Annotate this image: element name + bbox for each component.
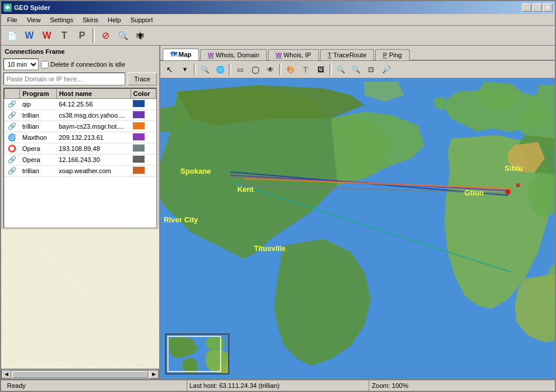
col-host: Host name [56, 89, 131, 99]
paste-row: Trace [1, 71, 159, 87]
toolbar-new-button[interactable]: 📄 [4, 27, 20, 44]
row-icon-cell: ⭕ [5, 143, 20, 154]
paste-domain-input[interactable] [4, 73, 125, 85]
trace-button[interactable]: Trace [128, 73, 157, 85]
status-last-host: Last host: 63.111.24.34 (trillian) [187, 380, 370, 391]
main-area: Connections Frame 10 min Delete if conne… [1, 46, 555, 379]
toolbar-w1-button[interactable]: W [21, 27, 37, 44]
menu-file[interactable]: File [2, 15, 22, 25]
map-canvas[interactable]: Spokane Kent River City Titusville Gtion… [160, 78, 555, 379]
map-btn-rect[interactable]: ▭ [233, 63, 247, 77]
scroll-thumb[interactable] [12, 371, 148, 378]
scroll-right-button[interactable]: ▶ [149, 370, 159, 379]
window-title: GEO Spider [14, 4, 50, 11]
tab-traceroute[interactable]: T TraceRoute [320, 49, 375, 60]
row-icon-cell: 🌀 [5, 132, 20, 143]
map-btn-zoom-in[interactable]: 🔍 [334, 63, 348, 77]
toolbar: 📄 W W T P ⊘ 🔍 🕷 [1, 26, 555, 46]
city-spokane: Spokane [180, 167, 211, 176]
map-btn-circle[interactable]: ◯ [248, 63, 262, 77]
table-row[interactable]: 🔗 Opera 12.166.243.30 [5, 154, 156, 166]
row-icon-cell: 🔗 [5, 166, 20, 177]
map-btn-pointer[interactable]: ↖ [163, 63, 177, 77]
menu-support[interactable]: Support [126, 15, 158, 25]
map-btn-dropdown[interactable]: ▼ [178, 63, 192, 77]
map-btn-zoom-select[interactable]: 🔎 [379, 63, 393, 77]
map-btn-globe[interactable]: 🌐 [213, 63, 227, 77]
map-btn-zoom-fit[interactable]: ⊡ [364, 63, 378, 77]
h-scroll: ◀ ▶ [1, 370, 159, 379]
table-row[interactable]: 🔗 trillian baym-cs23.msgr.hot.... [5, 121, 156, 132]
row-host: xoap.weather.com [56, 166, 131, 177]
row-host: cs38.msg.dcn.yahoo.... [56, 110, 131, 121]
toolbar-sep-1 [92, 29, 95, 43]
toolbar-stop-button[interactable]: ⊘ [97, 27, 114, 44]
map-btn-image[interactable]: 🖼 [314, 63, 328, 77]
title-bar: 🕷 GEO Spider ─ □ ✕ [1, 1, 555, 14]
row-color [131, 121, 156, 132]
minimap-svg [166, 335, 229, 374]
tab-traceroute-icon: T [328, 51, 332, 59]
row-program: trillian [20, 166, 56, 177]
map-btn-search[interactable]: 🔍 [198, 63, 212, 77]
row-host: 193.108.89.48 [56, 143, 131, 154]
map-btn-eye[interactable]: 👁 [263, 63, 277, 77]
delete-idle-label[interactable]: Delete if connection is idle [41, 61, 125, 68]
table-row[interactable]: 🔗 trillian cs38.msg.dcn.yahoo.... [5, 110, 156, 121]
tab-whois-domain[interactable]: W Whois, Domain [200, 49, 267, 60]
toolbar-w2-button[interactable]: W [39, 27, 55, 44]
map-btn-text[interactable]: T [298, 63, 313, 77]
toolbar-spider-button[interactable]: 🕷 [132, 27, 149, 44]
connections-label: Connections Frame [1, 46, 159, 57]
toolbar-p-button[interactable]: P [74, 27, 90, 44]
tab-whois-domain-icon: W [208, 51, 214, 59]
table-row[interactable]: 🔗 trillian xoap.weather.com [5, 166, 156, 177]
right-panel: 🗺 Map W Whois, Domain W Whois, IP T Trac… [160, 46, 555, 379]
toolbar-t-button[interactable]: T [56, 27, 73, 44]
row-color [131, 99, 156, 110]
map-sep-1 [194, 64, 196, 75]
map-btn-color[interactable]: 🎨 [283, 63, 297, 77]
row-program: Maxthon [20, 132, 56, 143]
svg-point-23 [516, 183, 520, 187]
menu-view[interactable]: View [22, 15, 46, 25]
tab-ping-label: Ping [389, 51, 402, 59]
row-color [131, 143, 156, 154]
menu-skins[interactable]: Skins [78, 15, 103, 25]
tab-bar: 🗺 Map W Whois, Domain W Whois, IP T Trac… [160, 46, 555, 61]
table-row[interactable]: 🔗 qip 64.12.25.56 [5, 99, 156, 110]
scroll-left-button[interactable]: ◀ [2, 370, 11, 379]
tab-whois-ip[interactable]: W Whois, IP [268, 49, 319, 60]
table-row[interactable]: 🌀 Maxthon 209.132.213.61 [5, 132, 156, 143]
col-icon [5, 89, 20, 99]
map-btn-zoom-out[interactable]: 🔍 [349, 63, 363, 77]
window-frame: 🕷 GEO Spider ─ □ ✕ File View Settings Sk… [0, 0, 556, 392]
tab-ping[interactable]: P Ping [375, 49, 409, 60]
left-panel: Connections Frame 10 min Delete if conne… [1, 46, 160, 379]
delete-idle-checkbox[interactable] [41, 61, 49, 68]
row-color [131, 132, 156, 143]
status-ready: Ready [5, 380, 187, 391]
tab-whois-ip-label: Whois, IP [284, 51, 311, 59]
minimize-button[interactable]: ─ [522, 4, 531, 12]
table-row[interactable]: ⭕ Opera 193.108.89.48 [5, 143, 156, 154]
menu-help[interactable]: Help [103, 15, 126, 25]
row-host: 209.132.213.61 [56, 132, 131, 143]
menu-settings[interactable]: Settings [45, 15, 78, 25]
maximize-button[interactable]: □ [533, 4, 542, 12]
row-host: 64.12.25.56 [56, 99, 131, 110]
row-icon-cell: 🔗 [5, 110, 20, 121]
tab-map[interactable]: 🗺 Map [163, 49, 199, 60]
tab-whois-domain-label: Whois, Domain [216, 51, 260, 59]
status-zoom: Zoom: 100% [369, 380, 551, 391]
map-sep-4 [330, 64, 332, 75]
close-button[interactable]: ✕ [543, 4, 552, 12]
city-kent: Kent [237, 185, 254, 194]
city-titusville: Titusville [254, 245, 286, 253]
timeout-dropdown[interactable]: 10 min [4, 59, 39, 70]
row-program: qip [20, 99, 56, 110]
toolbar-search-button[interactable]: 🔍 [115, 27, 131, 44]
left-background [1, 229, 159, 369]
row-color [131, 110, 156, 121]
row-program: Opera [20, 154, 56, 166]
